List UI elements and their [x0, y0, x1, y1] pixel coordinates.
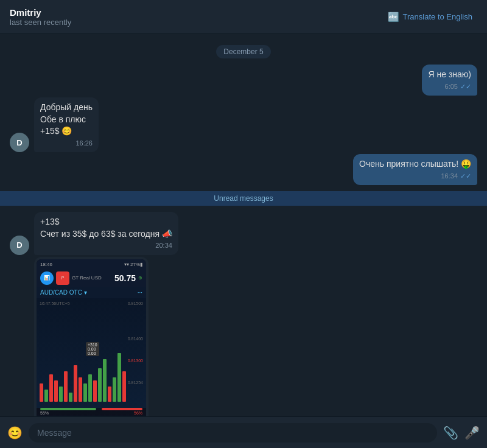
- message-time: 16:26: [75, 139, 93, 148]
- chart-candles: [40, 310, 143, 402]
- trading-pair-row: AUD/CAD OTC ▾ ···: [37, 287, 146, 298]
- chart-label: +3100.000.00: [86, 342, 99, 356]
- input-bar: 😊 📎 🎤: [0, 416, 487, 448]
- message-bubble: Я не знаю) 6:05 ✓✓: [422, 65, 477, 96]
- pair-name: AUD/CAD OTC ▾: [40, 289, 87, 296]
- message-meta: 6:05 ✓✓: [428, 82, 471, 91]
- progress-red: [102, 408, 142, 410]
- message-meta: 16:26: [40, 139, 93, 148]
- contact-status: last seen recently: [10, 18, 71, 27]
- message-bubble: Очень приятно слышать! 🤑 16:34 ✓✓: [353, 154, 477, 185]
- chat-info: Dmitriy last seen recently: [10, 7, 71, 27]
- chart-area: 0.81500 0.81400 0.81300 0.81254 16:47:56…: [37, 298, 146, 408]
- translate-button[interactable]: 🔤 Translate to English: [383, 9, 477, 25]
- message-time: 6:05: [445, 82, 458, 91]
- trading-screenshot: 18:46 ▾▾ 27%▮ 📊 P GT Real USD 50.75 ⊕: [37, 259, 146, 416]
- translate-label: Translate to English: [403, 12, 472, 21]
- emoji-icon[interactable]: 😊: [7, 425, 23, 440]
- message-time: 16:34: [441, 172, 458, 181]
- message-meta: 16:34 ✓✓: [359, 172, 471, 181]
- contact-name: Dmitriy: [10, 7, 71, 18]
- image-bubble[interactable]: 18:46 ▾▾ 27%▮ 📊 P GT Real USD 50.75 ⊕: [34, 257, 149, 416]
- progress-green: [40, 408, 96, 410]
- chat-body: December 5 Я не знаю) 6:05 ✓✓ D Добрый д…: [0, 34, 487, 416]
- trading-signal-icons: ▾▾ 27%▮: [124, 262, 142, 267]
- avatar: D: [10, 133, 29, 152]
- chat-header: Dmitriy last seen recently 🔤 Translate t…: [0, 0, 487, 34]
- microphone-icon[interactable]: 🎤: [464, 425, 480, 440]
- trading-balance: 50.75: [114, 273, 136, 283]
- read-checkmark: ✓✓: [460, 82, 471, 91]
- progress-labels: 55% 56%: [37, 410, 146, 416]
- message-row: D 18:46 ▾▾ 27%▮ 📊 P GT Real USD: [10, 257, 477, 416]
- message-text: Очень приятно слышать! 🤑: [359, 159, 471, 169]
- deposit-icon: ⊕: [138, 275, 142, 281]
- message-row: D Добрый деньОбе в плюс+15$ 😊 16:26: [10, 97, 477, 152]
- date-divider: December 5: [0, 45, 487, 58]
- message-bubble: Добрый деньОбе в плюс+15$ 😊 16:26: [34, 97, 99, 152]
- trading-time: 18:46: [40, 262, 52, 267]
- message-row: Я не знаю) 6:05 ✓✓: [10, 65, 477, 96]
- attach-icon[interactable]: 📎: [443, 425, 458, 440]
- account-type: GT Real USD: [72, 275, 102, 281]
- message-text: Я не знаю): [428, 69, 471, 79]
- avatar: D: [10, 236, 29, 255]
- message-row: Очень приятно слышать! 🤑 16:34 ✓✓: [10, 154, 477, 185]
- message-bubble: +13$Счет из 35$ до 63$ за сегодня 📣 20:3…: [34, 212, 178, 255]
- progress-bar: [40, 408, 142, 410]
- message-text: Добрый деньОбе в плюс+15$ 😊: [40, 102, 93, 136]
- pair-menu: ···: [138, 289, 142, 296]
- message-text: +13$Счет из 35$ до 63$ за сегодня 📣: [40, 217, 172, 239]
- unread-messages-divider: Unread messages: [0, 191, 487, 206]
- translate-icon: 🔤: [388, 12, 399, 23]
- read-checkmark: ✓✓: [460, 172, 471, 181]
- trading-app-header: 18:46 ▾▾ 27%▮: [37, 259, 146, 270]
- message-input[interactable]: [29, 423, 437, 443]
- message-time: 20:34: [155, 241, 172, 250]
- message-row: D +13$Счет из 35$ до 63$ за сегодня 📣 20…: [10, 212, 477, 255]
- message-meta: 20:34: [40, 241, 172, 250]
